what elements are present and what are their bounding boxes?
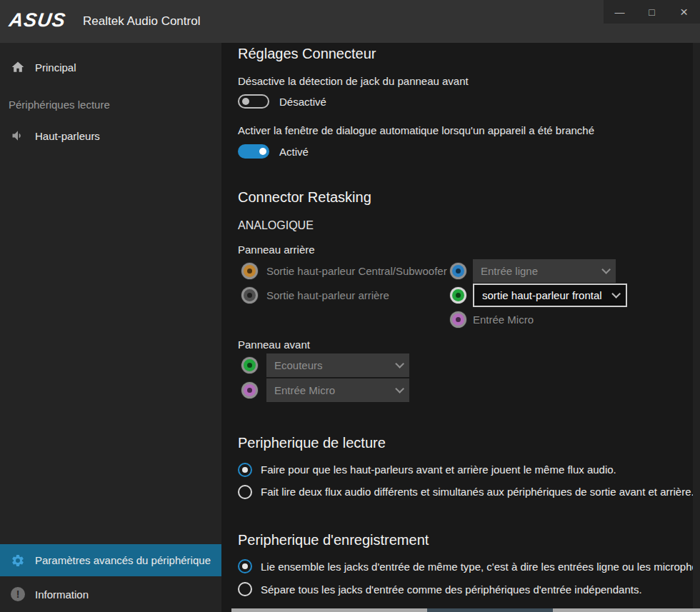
toggle-state-label: Activé xyxy=(279,146,309,158)
asus-logo: ASUS xyxy=(8,9,67,31)
jack-label: Entrée Micro xyxy=(473,313,534,326)
info-icon: ! xyxy=(10,586,26,602)
window-controls: — □ × xyxy=(604,0,700,24)
radio-label: Lie ensemble les jacks d'entrée de même … xyxy=(261,561,700,573)
minimize-icon: — xyxy=(615,6,625,18)
maximize-icon: □ xyxy=(649,6,654,18)
recording-option-tie-jacks[interactable]: Lie ensemble les jacks d'entrée de même … xyxy=(238,555,700,578)
radio-unselected-icon xyxy=(238,485,252,499)
sidebar-item-haut-parleurs[interactable]: Haut-parleurs xyxy=(0,120,221,151)
home-icon xyxy=(10,59,26,75)
chevron-down-icon xyxy=(611,289,621,299)
retask-dropdown-line-in[interactable]: Entrée ligne xyxy=(473,259,616,283)
radio-selected-icon xyxy=(238,559,252,573)
playback-options: Faire pour que les haut-parleurs avant e… xyxy=(238,458,700,503)
chevron-down-icon xyxy=(601,265,611,274)
sidebar-bottom-group: Paramètres avancés du périphérique ! Inf… xyxy=(0,544,221,612)
sidebar-section-label: Périphériques lecture xyxy=(0,99,221,111)
audio-jack-icon-green xyxy=(244,359,256,371)
retask-dropdown-front-speaker-out[interactable]: sortie haut-parleur frontal xyxy=(473,284,627,307)
audio-jack-icon-pink xyxy=(244,384,256,396)
playback-option-same-stream[interactable]: Faire pour que les haut-parleurs avant e… xyxy=(238,458,700,481)
recording-option-separate-jacks[interactable]: Sépare tous les jacks d'entrée comme des… xyxy=(238,578,700,601)
toggle-label-auto-dialog: Activer la fenêtre de dialogue automatiq… xyxy=(238,124,594,136)
toggle-knob xyxy=(242,98,249,105)
rear-panel-row: Sortie haut-parleur Central/Subwoofer En… xyxy=(238,259,700,283)
section-title-playback-device: Peripherique de lecture xyxy=(238,435,386,451)
rear-panel-rows: Sortie haut-parleur Central/Subwoofer En… xyxy=(238,259,700,331)
radio-unselected-icon xyxy=(238,582,252,596)
toggle-knob xyxy=(259,148,266,155)
retask-dropdown-mic-in[interactable]: Entrée Micro xyxy=(266,378,409,402)
jack-label: Sortie haut-parleur arrière xyxy=(266,289,389,301)
minimize-button[interactable]: — xyxy=(604,0,636,24)
titlebar: ASUS Realtek Audio Control — □ × xyxy=(0,0,700,43)
dropdown-value: Entrée Micro xyxy=(274,384,335,396)
gear-icon xyxy=(10,553,26,568)
vertical-scrollbar[interactable] xyxy=(693,43,700,608)
audio-jack-icon-orange xyxy=(244,265,256,277)
close-icon: × xyxy=(680,4,688,20)
front-panel-row: Entrée Micro xyxy=(238,378,700,403)
front-panel-label: Panneau avant xyxy=(238,338,310,351)
chevron-down-icon xyxy=(395,384,404,393)
front-panel-row: Ecouteurs xyxy=(238,353,700,378)
rear-panel-row: Entrée Micro xyxy=(238,307,700,331)
section-title-connector-retasking: Connector Retasking xyxy=(238,189,371,206)
sidebar-item-principal[interactable]: Principal xyxy=(0,51,221,83)
sidebar-item-advanced-settings[interactable]: Paramètres avancés du périphérique xyxy=(0,544,221,576)
dropdown-value: Ecouteurs xyxy=(274,359,323,371)
retask-dropdown-headphones[interactable]: Ecouteurs xyxy=(266,353,409,377)
recording-options: Lie ensemble les jacks d'entrée de même … xyxy=(238,555,700,601)
sidebar-item-label: Paramètres avancés du périphérique xyxy=(35,554,211,566)
front-panel-rows: Ecouteurs Entrée Micro xyxy=(238,353,700,403)
sidebar-item-information[interactable]: ! Information xyxy=(0,576,221,612)
sidebar-item-label: Principal xyxy=(35,61,76,74)
maximize-button[interactable]: □ xyxy=(636,0,668,24)
audio-jack-icon-green xyxy=(452,289,464,301)
rear-panel-label: Panneau arrière xyxy=(238,244,315,256)
radio-label: Faire pour que les haut-parleurs avant e… xyxy=(261,463,616,476)
speaker-icon xyxy=(10,128,26,144)
radio-selected-icon xyxy=(238,463,252,477)
toggle-state-label: Désactivé xyxy=(279,96,326,108)
front-jack-detection-toggle[interactable] xyxy=(238,94,269,109)
dropdown-value: sortie haut-parleur frontal xyxy=(482,289,602,301)
audio-jack-icon-pink xyxy=(452,313,464,326)
jack-label: Sortie haut-parleur Central/Subwoofer xyxy=(266,265,447,277)
close-button[interactable]: × xyxy=(668,0,700,24)
realtek-audio-control-window: ASUS Realtek Audio Control — □ × Princip… xyxy=(0,0,700,612)
sidebar-item-label: Information xyxy=(35,588,89,601)
sidebar-item-label: Haut-parleurs xyxy=(35,130,100,142)
toggle-label-jack-detection: Désactive la détection de jack du pannea… xyxy=(238,75,469,87)
sidebar: Principal Périphériques lecture Haut-par… xyxy=(0,43,221,612)
app-title: Realtek Audio Control xyxy=(83,14,200,29)
radio-label: Fait lire deux flux audio différents et … xyxy=(261,486,694,498)
dropdown-value: Entrée ligne xyxy=(481,265,538,277)
playback-option-two-streams[interactable]: Fait lire deux flux audio différents et … xyxy=(238,481,700,503)
subsection-analog: ANALOGIQUE xyxy=(238,219,314,232)
section-title-connector-settings: Réglages Connecteur xyxy=(238,46,376,62)
main-content: Réglages Connecteur Désactive la détecti… xyxy=(221,43,700,612)
chevron-down-icon xyxy=(395,359,404,368)
radio-label: Sépare tous les jacks d'entrée comme des… xyxy=(261,583,642,596)
audio-jack-icon-gray xyxy=(244,289,256,301)
horizontal-scrollbar-thumb[interactable] xyxy=(427,608,553,612)
rear-panel-row: Sortie haut-parleur arrière sortie haut-… xyxy=(238,283,700,307)
horizontal-scrollbar[interactable] xyxy=(231,608,700,612)
audio-jack-icon-blue xyxy=(452,265,464,277)
auto-popup-dialog-toggle[interactable] xyxy=(238,144,269,159)
section-title-recording-device: Peripherique d'enregistrement xyxy=(238,532,429,548)
